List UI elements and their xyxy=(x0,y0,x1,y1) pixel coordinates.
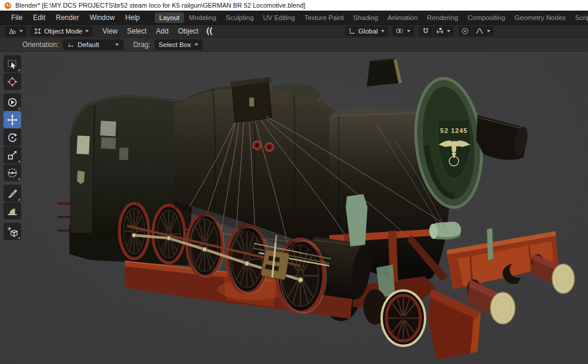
menu-object[interactable]: Object xyxy=(173,27,203,35)
proportional-editing-toggle[interactable] xyxy=(459,26,472,36)
chevron-down-icon xyxy=(486,29,491,33)
locomotive-number: 52 1245 xyxy=(440,127,468,134)
blender-window: { "window": { "title": "Blender* [E:\\MY… xyxy=(0,0,588,364)
viewport-header: Object Mode View Select Add Object Globa… xyxy=(0,24,588,37)
workspace-tab-scripting[interactable]: Scripting xyxy=(570,12,588,23)
chevron-down-icon xyxy=(194,43,199,46)
menu-help[interactable]: Help xyxy=(120,12,145,24)
snap-toggle[interactable] xyxy=(419,26,432,36)
chevron-down-icon xyxy=(446,29,451,33)
select-box-icon xyxy=(6,58,18,70)
snap-target-dropdown[interactable] xyxy=(433,26,453,36)
air-tank xyxy=(429,221,462,241)
workspace-tab-shading[interactable]: Shading xyxy=(349,12,383,23)
magnet-icon xyxy=(422,27,430,35)
wheel xyxy=(119,203,149,259)
menu-render[interactable]: Render xyxy=(51,12,84,24)
crescent-overflow-icon[interactable] xyxy=(204,26,215,36)
chimney xyxy=(367,58,402,86)
workspace-tab-rendering[interactable]: Rendering xyxy=(422,12,463,23)
transform-tool[interactable] xyxy=(4,164,21,181)
measure-tool[interactable] xyxy=(4,202,21,219)
3d-viewport[interactable]: 52 1245 xyxy=(0,0,588,364)
chevron-down-icon xyxy=(85,29,89,33)
falloff-dropdown[interactable] xyxy=(472,26,493,36)
menu-edit[interactable]: Edit xyxy=(28,12,51,24)
scale-tool[interactable] xyxy=(4,146,21,163)
cab-window xyxy=(100,121,116,136)
sand-dome xyxy=(230,77,272,122)
move-tool[interactable] xyxy=(4,111,21,128)
pivot-point-icon xyxy=(395,27,404,35)
move-icon xyxy=(6,114,18,126)
transform-orientation-dropdown[interactable]: Global xyxy=(345,26,387,36)
cab-front-window xyxy=(76,135,90,154)
rotate-tool[interactable] xyxy=(4,129,21,146)
workspace-tab-sculpting[interactable]: Sculpting xyxy=(221,12,258,23)
workspace-tab-animation[interactable]: Animation xyxy=(383,12,422,23)
workspace-tabs: Layout Modeling Sculpting UV Editing Tex… xyxy=(155,12,588,23)
menu-add[interactable]: Add xyxy=(151,27,173,35)
toolbar xyxy=(4,55,21,243)
blender-logo-icon xyxy=(4,2,12,9)
top-menubar: File Edit Render Window Help Layout Mode… xyxy=(0,11,588,24)
proportional-editing-controls xyxy=(459,26,493,36)
workspace-tab-uv-editing[interactable]: UV Editing xyxy=(258,12,299,23)
editor-type-selector[interactable] xyxy=(5,26,26,36)
scale-icon xyxy=(6,149,18,161)
cursor-tool[interactable] xyxy=(4,73,21,90)
select-box-tool[interactable] xyxy=(4,55,21,72)
cursor-icon xyxy=(6,76,18,88)
menu-file[interactable]: File xyxy=(6,12,28,24)
chevron-down-icon xyxy=(406,29,411,33)
orientation-value: Global xyxy=(358,28,377,35)
object-mode-icon xyxy=(34,27,42,35)
annotate-pen-icon xyxy=(6,188,18,199)
workspace-tab-compositing[interactable]: Compositing xyxy=(463,12,510,23)
annotate-tool[interactable] xyxy=(4,185,21,202)
cab-side-window xyxy=(119,148,129,161)
add-cube-tool[interactable] xyxy=(4,223,21,240)
orientation-label: Orientation: xyxy=(22,41,59,49)
viewport-canvas[interactable]: 52 1245 xyxy=(0,0,588,364)
3d-viewport-editor-icon xyxy=(8,26,16,35)
cab-emblem xyxy=(77,171,85,184)
play-circle-icon xyxy=(6,96,18,108)
rotate-icon xyxy=(6,132,18,143)
window-titlebar[interactable]: Blender* [E:\MY DCS PROJECTS\br52 steam … xyxy=(0,0,588,11)
workspace-tab-layout[interactable]: Layout xyxy=(155,12,185,23)
snap-target-icon xyxy=(435,27,445,35)
add-cube-icon xyxy=(6,226,18,238)
falloff-curve-icon xyxy=(475,27,485,35)
axis-gizmo-icon xyxy=(67,41,75,48)
pony-wheel xyxy=(382,290,425,346)
snapping-controls xyxy=(419,26,453,36)
pivot-point-dropdown[interactable] xyxy=(392,26,414,36)
transform-icon xyxy=(6,167,18,179)
chevron-down-icon xyxy=(115,43,119,46)
proportional-editing-icon xyxy=(461,27,469,35)
workspace-tab-modeling[interactable]: Modeling xyxy=(184,12,221,23)
menu-window[interactable]: Window xyxy=(84,12,120,24)
chevron-down-icon xyxy=(380,29,385,33)
window-title: Blender* [E:\MY DCS PROJECTS\br52 steam … xyxy=(15,2,305,9)
interact-tool[interactable] xyxy=(4,93,21,111)
menu-view[interactable]: View xyxy=(98,27,122,35)
drag-dropdown[interactable]: Select Box xyxy=(155,39,203,50)
orientation-value: Default xyxy=(78,41,99,48)
workspace-tab-geometry-nodes[interactable]: Geometry Nodes xyxy=(510,12,570,23)
tool-settings-bar: Orientation: Default Drag: Select Box xyxy=(0,37,588,52)
chevron-down-icon xyxy=(19,29,24,33)
mode-label: Object Mode xyxy=(44,28,82,35)
workspace-tab-texture-paint[interactable]: Texture Paint xyxy=(300,12,349,23)
transform-orientation-icon xyxy=(348,27,356,35)
drag-label: Drag: xyxy=(133,41,150,49)
orientation-dropdown[interactable]: Default xyxy=(63,39,123,50)
drag-value: Select Box xyxy=(159,41,191,48)
mode-dropdown[interactable]: Object Mode xyxy=(31,26,92,36)
measure-protractor-icon xyxy=(6,205,18,217)
menu-select[interactable]: Select xyxy=(122,27,151,35)
